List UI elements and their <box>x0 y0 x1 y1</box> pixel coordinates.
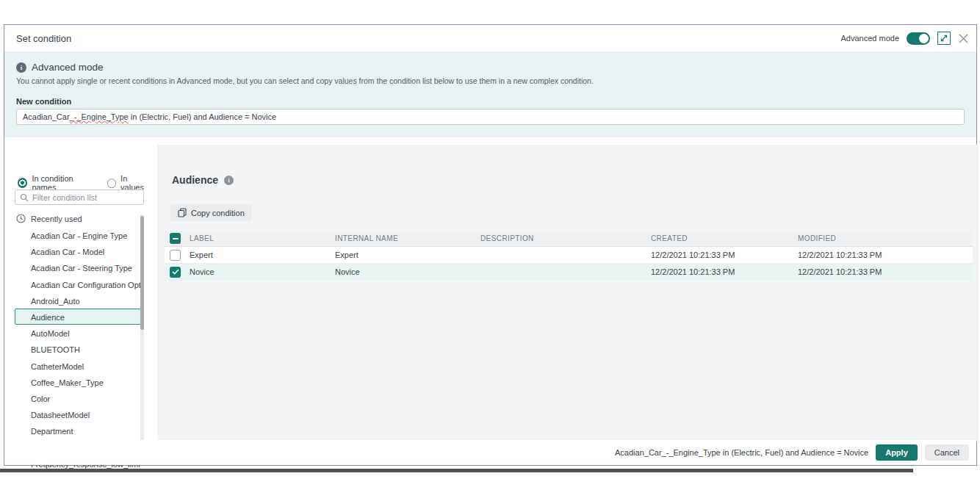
info-icon: i <box>16 62 26 73</box>
banner-title: Advanced mode <box>32 62 104 73</box>
list-item[interactable]: Acadian Car - Steering Type <box>15 259 141 275</box>
list-item[interactable]: Coffee_Maker_Type <box>15 374 141 390</box>
row-checkbox[interactable] <box>170 250 181 261</box>
table-header-row: LABEL INTERNAL NAME DESCRIPTION CREATED … <box>165 231 973 247</box>
list-item[interactable]: Department <box>15 422 141 439</box>
toggle-knob <box>919 34 929 43</box>
radio-unselected-icon <box>107 179 116 188</box>
cell-modified: 12/2/2021 10:21:33 PM <box>798 267 973 276</box>
column-header-description: DESCRIPTION <box>480 234 651 242</box>
recently-used-label: Recently used <box>31 215 82 223</box>
list-item[interactable]: CatheterModel <box>15 358 141 374</box>
table-row[interactable]: Novice Novice 12/2/2021 10:21:33 PM 12/2… <box>165 264 973 281</box>
condition-info-icon[interactable]: i <box>224 176 234 185</box>
row-checkbox[interactable] <box>170 267 181 278</box>
cell-created: 12/2/2021 10:21:33 PM <box>651 267 798 276</box>
advanced-mode-label: Advanced mode <box>841 34 900 43</box>
cell-label: Novice <box>190 267 335 276</box>
footer-condition-text: Acadian_Car_-_Engine_Type in (Electric, … <box>615 448 868 457</box>
condition-text-pre: Acadian_Car <box>23 112 70 121</box>
apply-button[interactable]: Apply <box>876 444 918 461</box>
list-item[interactable]: Acadian Car - Engine Type <box>15 227 141 243</box>
list-item[interactable]: AutoModel <box>15 325 141 341</box>
copy-condition-label: Copy condition <box>191 209 245 217</box>
list-item-selected[interactable]: Audience <box>15 309 141 325</box>
list-item[interactable]: Color <box>15 390 141 406</box>
close-icon[interactable] <box>958 33 969 44</box>
condition-sidebar: In condition names In values <box>4 145 151 465</box>
clock-icon <box>16 214 26 223</box>
condition-detail-panel: Audience i Copy condition LABEL INTE <box>157 145 979 442</box>
column-header-created: CREATED <box>651 234 798 242</box>
indeterminate-dash-icon <box>173 238 179 239</box>
advanced-mode-toggle[interactable] <box>907 32 930 45</box>
condition-text-post: in (Electric, Fuel) and Audience = Novic… <box>129 112 276 121</box>
new-condition-label: New condition <box>16 97 965 106</box>
list-item[interactable]: Acadian Car - Model <box>15 243 141 259</box>
recently-used-header: Recently used <box>16 214 82 223</box>
expand-dialog-icon[interactable] <box>937 32 951 45</box>
list-item[interactable]: BLUETOOTH <box>15 341 141 357</box>
cell-created: 12/2/2021 10:21:33 PM <box>651 251 798 259</box>
condition-text-misspelled: _-_Engine_Type <box>70 112 129 121</box>
cell-internal-name: Expert <box>335 251 480 259</box>
set-condition-dialog: Set condition Advanced mode <box>4 24 977 466</box>
list-item[interactable]: Android_Auto <box>15 292 141 309</box>
filter-condition-field <box>15 190 144 205</box>
condition-list: Acadian Car - Engine Type Acadian Car - … <box>4 227 151 472</box>
new-condition-input[interactable]: Acadian_Car_-_Engine_Type in (Electric, … <box>16 109 965 125</box>
cell-label: Expert <box>190 251 335 259</box>
values-table: LABEL INTERNAL NAME DESCRIPTION CREATED … <box>165 231 973 281</box>
table-row[interactable]: Expert Expert 12/2/2021 10:21:33 PM 12/2… <box>165 247 973 264</box>
dialog-titlebar: Set condition Advanced mode <box>4 25 976 51</box>
column-header-modified: MODIFIED <box>798 234 973 242</box>
dialog-footer: Acadian_Car_-_Engine_Type in (Electric, … <box>4 440 976 465</box>
search-icon <box>20 193 29 202</box>
sidebar-scrollbar-thumb[interactable] <box>140 216 144 330</box>
cell-modified: 12/2/2021 10:21:33 PM <box>798 251 973 259</box>
column-header-label: LABEL <box>190 234 335 242</box>
sidebar-scrollbar-track <box>140 215 144 464</box>
banner-description: You cannot apply single or recent condit… <box>16 76 965 85</box>
cell-internal-name: Novice <box>335 267 480 276</box>
condition-title: Audience <box>172 174 218 186</box>
dialog-title: Set condition <box>16 33 71 44</box>
select-all-checkbox[interactable] <box>170 233 181 244</box>
check-icon <box>172 269 179 275</box>
cancel-button[interactable]: Cancel <box>925 444 969 461</box>
filter-condition-input[interactable] <box>32 193 139 202</box>
radio-selected-icon <box>18 178 27 188</box>
list-item[interactable]: Acadian Car Configuration Optio… <box>15 276 141 292</box>
copy-condition-button[interactable]: Copy condition <box>170 204 252 221</box>
advanced-mode-banner: i Advanced mode You cannot apply single … <box>4 51 976 137</box>
column-header-internal-name: INTERNAL NAME <box>335 234 480 242</box>
list-item[interactable]: DatasheetModel <box>15 406 141 422</box>
copy-icon <box>178 208 187 217</box>
page-shadow-bar <box>0 469 913 472</box>
